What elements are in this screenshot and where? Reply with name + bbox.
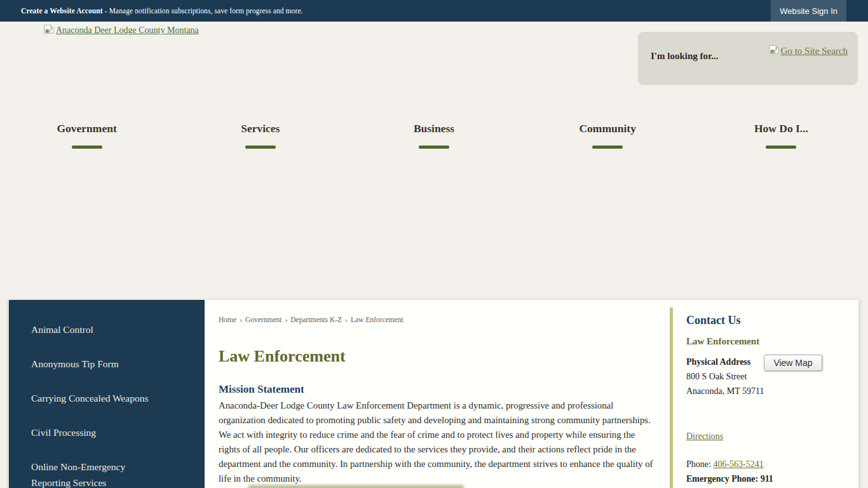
site-logo-text: Anaconda Deer Lodge County Montana <box>56 25 199 36</box>
main-nav: Government Services Business Community H… <box>0 122 868 149</box>
list-item: Anonymous Tip Form <box>31 356 155 372</box>
nav-underline <box>766 146 796 149</box>
search-box: Go to Site Search <box>638 32 858 85</box>
contact-accent-bar <box>670 308 673 488</box>
breadcrumb-current-page: Law Enforcement <box>351 316 403 323</box>
contact-us-heading: Contact Us <box>686 314 858 327</box>
phone-number-link[interactable]: 406-563-5241 <box>713 459 763 469</box>
contact-panel: Contact Us Law Enforcement Physical Addr… <box>670 300 858 488</box>
sidebar-item-civil-processing[interactable]: Civil Processing <box>31 427 96 438</box>
broken-image-icon <box>768 44 780 57</box>
breadcrumb-separator: › <box>240 316 242 323</box>
nav-item-services[interactable]: Services <box>173 122 347 149</box>
breadcrumb-separator: › <box>285 316 287 323</box>
address-line-2: Anaconda, MT 59711 <box>686 384 858 398</box>
contact-department-name: Law Enforcement <box>686 336 858 347</box>
list-item: Online Non-Emergency Reporting Services <box>31 459 155 488</box>
nav-underline <box>72 146 102 149</box>
nav-item-business[interactable]: Business <box>347 122 520 149</box>
breadcrumb: Home›Government›Departments K-Z›Law Enfo… <box>219 316 403 323</box>
nav-label: Business <box>347 122 520 135</box>
left-sidebar: Animal Control Anonymous Tip Form Carryi… <box>9 300 205 488</box>
nav-label: Community <box>521 122 695 135</box>
sidebar-item-anonymous-tip-form[interactable]: Anonymous Tip Form <box>31 358 119 369</box>
phone-row: Phone: 406-563-5241 <box>686 459 858 470</box>
page-title: Law Enforcement <box>219 347 346 366</box>
directions-link[interactable]: Directions <box>686 431 723 442</box>
clipped-next-section <box>248 485 464 488</box>
create-account-link[interactable]: Create a Website Account <box>21 7 103 15</box>
website-sign-in-button[interactable]: Website Sign In <box>771 0 846 22</box>
site-logo-link[interactable]: Anaconda Deer Lodge County Montana <box>43 24 199 37</box>
breadcrumb-departments-k-z[interactable]: Departments K-Z <box>290 316 342 323</box>
content-area: Home›Government›Departments K-Z›Law Enfo… <box>205 300 858 488</box>
sidebar-item-carrying-concealed-weapons[interactable]: Carrying Concealed Weapons <box>31 393 148 403</box>
nav-underline <box>245 146 276 149</box>
nav-item-community[interactable]: Community <box>521 122 695 149</box>
site-search-label: Go to Site Search <box>781 46 848 57</box>
sidebar-menu: Animal Control Anonymous Tip Form Carryi… <box>9 300 205 488</box>
nav-label: Services <box>173 122 347 135</box>
emergency-phone-text: Emergency Phone: 911 <box>686 474 858 484</box>
nav-label: Government <box>0 122 173 135</box>
broken-image-icon <box>43 24 55 37</box>
breadcrumb-government[interactable]: Government <box>245 316 281 323</box>
sidebar-item-animal-control[interactable]: Animal Control <box>31 324 93 335</box>
site-search-link[interactable]: Go to Site Search <box>768 44 848 57</box>
sidebar-item-online-non-emergency-reporting[interactable]: Online Non-Emergency Reporting Services <box>31 461 125 488</box>
account-message-text: - Manage notification subscriptions, sav… <box>103 7 303 15</box>
page: Create a Website Account - Manage notifi… <box>0 0 868 488</box>
list-item: Carrying Concealed Weapons <box>31 390 155 406</box>
top-bar: Create a Website Account - Manage notifi… <box>0 0 868 22</box>
nav-label: How Do I... <box>695 122 868 135</box>
list-item: Civil Processing <box>31 424 155 440</box>
account-message: Create a Website Account - Manage notifi… <box>21 7 303 15</box>
search-input[interactable] <box>651 51 765 62</box>
nav-item-how-do-i[interactable]: How Do I... <box>695 122 868 149</box>
mission-statement-heading: Mission Statement <box>219 383 304 396</box>
breadcrumb-home[interactable]: Home <box>219 316 236 323</box>
nav-underline <box>419 146 449 149</box>
view-map-button[interactable]: View Map <box>764 355 822 371</box>
list-item: Animal Control <box>31 322 155 337</box>
breadcrumb-separator: › <box>345 316 348 323</box>
contact-body: Contact Us Law Enforcement Physical Addr… <box>686 300 858 484</box>
mission-statement-text: Anaconda-Deer Lodge County Law Enforceme… <box>219 398 656 486</box>
phone-label: Phone: <box>686 459 713 469</box>
nav-underline <box>592 146 623 149</box>
nav-item-government[interactable]: Government <box>0 122 173 149</box>
address-line-1: 800 S Oak Street <box>686 369 858 384</box>
